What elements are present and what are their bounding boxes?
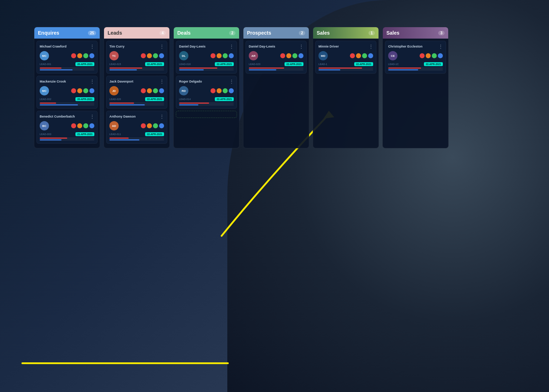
column-leads: Leads4 Tim Curry ⋮ TC LEAD-015 22-APR-20… [104, 27, 170, 148]
card[interactable]: Roger Delgado ⋮ RD LEAD-014 22-APR-2021 [176, 76, 237, 109]
card-footer: LEAD-014 22-APR-2021 [179, 97, 234, 101]
card[interactable]: Benedict Cumberbatch ⋮ BC LEAD-003 21-AP… [36, 111, 98, 144]
status-icon-blue [89, 88, 94, 93]
date-badge: 22-APR-2021 [424, 62, 443, 66]
card-menu-icon[interactable]: ⋮ [439, 44, 443, 49]
card-menu-icon[interactable]: ⋮ [299, 44, 303, 49]
card[interactable]: Tim Curry ⋮ TC LEAD-015 22-APR-2021 [106, 41, 167, 74]
card-menu-icon[interactable]: ⋮ [90, 114, 94, 119]
avatar: MC [40, 51, 49, 60]
status-icon-red [420, 53, 425, 58]
avatar: JD [109, 86, 119, 95]
status-icon-green [153, 88, 158, 93]
card-header: Jack Davenport ⋮ [109, 79, 164, 84]
column-sales2: Sales3 Christopher Eccleston ⋮ CE LEAD-1… [382, 27, 449, 148]
card-menu-icon[interactable]: ⋮ [229, 44, 234, 49]
progress-bars [109, 68, 164, 70]
column-body-sales2: Christopher Eccleston ⋮ CE LEAD-1C 22-AP… [383, 39, 448, 78]
status-icon-blue [89, 123, 94, 128]
status-icon-green [223, 88, 228, 93]
card-name: Mackenzie Crook [40, 80, 66, 83]
column-body-prospects: Daniel Day-Lewis ⋮ AR LEAD-023 22-APR-20… [243, 39, 309, 78]
column-title-sales1: Sales [317, 30, 330, 36]
status-icon-blue [229, 53, 234, 58]
status-icon-orange [147, 88, 152, 93]
avatar: DL [179, 51, 188, 60]
progress-bar-red [40, 103, 94, 104]
column-header-sales2: Sales3 [383, 27, 448, 39]
column-header-prospects: Prospects2 [243, 27, 309, 39]
progress-bar-red [109, 68, 164, 69]
card-icons [420, 53, 443, 58]
status-icon-green [432, 53, 437, 58]
column-title-sales2: Sales [386, 30, 400, 36]
avatar: BC [40, 121, 49, 130]
column-sales1: Sales1 Minnie Driver ⋮ MD LEAD-1 22-APR-… [313, 27, 379, 148]
card-icons [141, 123, 164, 128]
avatar: AR [249, 51, 258, 60]
card-footer: LEAD-003 21-APR-2021 [40, 132, 94, 136]
status-icon-red [211, 88, 216, 93]
card-icons [280, 53, 303, 58]
card-menu-icon[interactable]: ⋮ [90, 79, 94, 84]
card[interactable]: Daniel Day-Lewis ⋮ DL LEAD-016 22-APR-20… [176, 41, 237, 74]
progress-bars [40, 103, 94, 105]
column-enquires: Enquires25 Michael Crawford ⋮ MC LEAD-00… [34, 27, 100, 148]
progress-bar-blue [40, 69, 94, 70]
lead-id: LEAD-011 [109, 133, 121, 135]
progress-bars [40, 138, 94, 140]
card[interactable]: Michael Crawford ⋮ MC LEAD-001 20-APR-20… [36, 41, 98, 74]
card[interactable]: Jack Davenport ⋮ JD LEAD-020 22-APR-2021 [106, 76, 167, 109]
card-middle: CE [388, 51, 443, 60]
card-menu-icon[interactable]: ⋮ [229, 79, 234, 84]
status-icon-red [141, 123, 146, 128]
card-menu-icon[interactable]: ⋮ [369, 44, 373, 49]
progress-bars [388, 68, 443, 70]
card-header: Anthony Dawson ⋮ [109, 114, 164, 119]
card[interactable]: Mackenzie Crook ⋮ MC LEAD-002 20-APR-202… [36, 76, 98, 109]
card-name: Daniel Day-Lewis [249, 45, 275, 48]
kanban-board: Enquires25 Michael Crawford ⋮ MC LEAD-00… [34, 27, 449, 148]
date-badge: 21-APR-2021 [75, 132, 94, 136]
card[interactable]: Anthony Dawson ⋮ AD LEAD-011 22-APR-2021 [106, 111, 167, 144]
add-card-placeholder[interactable] [176, 111, 237, 118]
card-menu-icon[interactable]: ⋮ [90, 44, 94, 49]
card-menu-icon[interactable]: ⋮ [160, 79, 164, 84]
card-name: Benedict Cumberbatch [40, 115, 75, 118]
card-name: Roger Delgado [179, 80, 202, 83]
column-prospects: Prospects2 Daniel Day-Lewis ⋮ AR LEAD-02… [243, 27, 309, 148]
progress-bars [109, 103, 164, 105]
column-title-enquires: Enquires [38, 30, 59, 36]
status-icon-green [153, 53, 158, 58]
progress-bar-blue [179, 104, 234, 105]
card-icons [71, 53, 94, 58]
card[interactable]: Daniel Day-Lewis ⋮ AR LEAD-023 22-APR-20… [246, 41, 307, 74]
avatar: MD [318, 51, 328, 60]
status-icon-green [83, 53, 88, 58]
lead-id: LEAD-020 [109, 98, 121, 100]
column-badge-sales2: 3 [438, 31, 445, 35]
card-menu-icon[interactable]: ⋮ [160, 44, 164, 49]
status-icon-red [280, 53, 285, 58]
progress-bars [249, 68, 303, 70]
card-name: Minnie Driver [318, 45, 339, 48]
card-name: Jack Davenport [109, 80, 133, 83]
date-badge: 22-APR-2021 [285, 62, 303, 66]
lead-id: LEAD-015 [109, 63, 121, 65]
avatar: CE [388, 51, 397, 60]
progress-bars [40, 68, 94, 70]
status-icon-orange [77, 88, 82, 93]
lead-id: LEAD-1 [318, 63, 327, 65]
date-badge: 22-APR-2021 [145, 62, 164, 66]
card-menu-icon[interactable]: ⋮ [160, 114, 164, 119]
card-header: Tim Curry ⋮ [109, 44, 164, 49]
card[interactable]: Minnie Driver ⋮ MD LEAD-1 22-APR-2021 [315, 41, 376, 74]
lead-id: LEAD-002 [40, 98, 51, 100]
card[interactable]: Christopher Eccleston ⋮ CE LEAD-1C 22-AP… [385, 41, 446, 74]
status-icon-blue [159, 88, 164, 93]
card-middle: MD [318, 51, 373, 60]
card-footer: LEAD-023 22-APR-2021 [249, 62, 303, 66]
progress-bar-red [109, 138, 164, 139]
card-footer: LEAD-011 22-APR-2021 [109, 132, 164, 136]
column-body-deals: Daniel Day-Lewis ⋮ DL LEAD-016 22-APR-20… [174, 39, 239, 120]
